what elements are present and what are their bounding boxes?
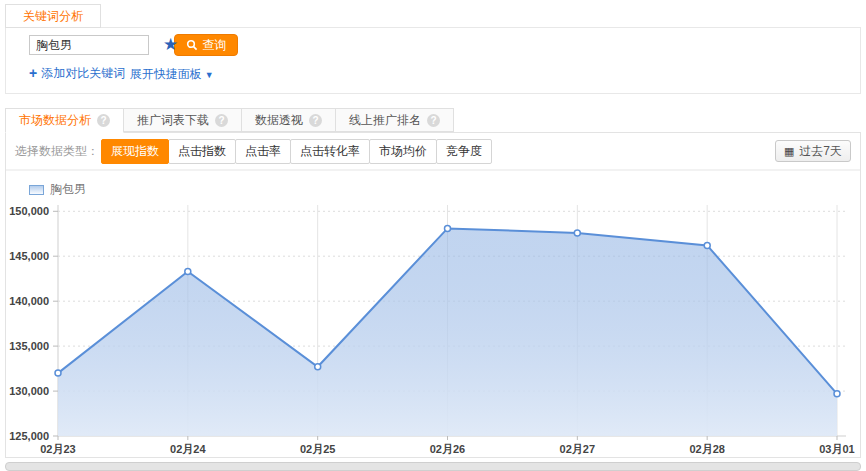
svg-text:135,000: 135,000 <box>9 340 49 352</box>
query-button[interactable]: 查询 <box>174 34 238 56</box>
chart-legend[interactable]: 胸包男 <box>29 183 860 196</box>
tab-label: 线上推广排名 <box>349 112 421 129</box>
keyword-panel: ★ 查询 + 添加对比关键词 展开快捷面板 ▼ <box>5 27 861 94</box>
keyword-tabs: 关键词分析 <box>5 4 861 27</box>
plus-icon: + <box>29 65 37 81</box>
date-range-label: 过去7天 <box>799 143 842 160</box>
line-chart[interactable]: 125,000130,000135,000140,000145,000150,0… <box>6 205 858 458</box>
help-icon[interactable]: ? <box>215 114 228 127</box>
main-panel: 选择数据类型： 展现指数 点击指数 点击率 点击转化率 市场均价 竞争度 ▦ 过… <box>5 132 861 458</box>
svg-text:02月24: 02月24 <box>170 443 206 455</box>
help-icon[interactable]: ? <box>97 114 110 127</box>
help-icon[interactable]: ? <box>309 114 322 127</box>
search-row: ★ 查询 <box>29 34 860 56</box>
svg-text:150,000: 150,000 <box>9 205 49 217</box>
svg-text:02月28: 02月28 <box>689 443 724 455</box>
keyword-input[interactable] <box>29 35 149 55</box>
expand-quick-panel-link[interactable]: 展开快捷面板 ▼ <box>130 66 214 83</box>
tab-keyword-analysis[interactable]: 关键词分析 <box>5 4 101 28</box>
add-compare-label: 添加对比关键词 <box>41 65 125 82</box>
data-type-group: 展现指数 点击指数 点击率 点击转化率 市场均价 竞争度 <box>102 139 492 164</box>
tab-market-data-analysis[interactable]: 市场数据分析 ? <box>5 108 124 133</box>
query-button-label: 查询 <box>202 37 226 54</box>
search-icon <box>186 39 198 51</box>
svg-text:145,000: 145,000 <box>9 250 49 262</box>
tab-online-promo-ranking[interactable]: 线上推广排名 ? <box>335 108 454 132</box>
svg-text:02月27: 02月27 <box>560 443 595 455</box>
svg-text:130,000: 130,000 <box>9 385 49 397</box>
page: 关键词分析 ★ 查询 + 添加对比关键词 展开快捷面板 ▼ 市场数据分析 ? <box>0 0 866 471</box>
type-button-click-index[interactable]: 点击指数 <box>168 139 236 164</box>
type-button-click-conversion-rate[interactable]: 点击转化率 <box>290 139 370 164</box>
svg-text:03月01: 03月01 <box>819 443 854 455</box>
svg-text:02月25: 02月25 <box>300 443 335 455</box>
horizontal-scrollbar[interactable] <box>5 462 861 471</box>
main-tabs: 市场数据分析 ? 推广词表下载 ? 数据透视 ? 线上推广排名 ? <box>5 108 861 132</box>
chevron-down-icon: ▼ <box>205 70 214 80</box>
tab-label: 数据透视 <box>255 112 303 129</box>
tab-label: 市场数据分析 <box>19 112 91 129</box>
expand-quick-panel-label: 展开快捷面板 <box>130 66 202 83</box>
type-button-click-rate[interactable]: 点击率 <box>235 139 291 164</box>
data-type-toolbar: 选择数据类型： 展现指数 点击指数 点击率 点击转化率 市场均价 竞争度 ▦ 过… <box>6 133 860 171</box>
svg-text:02月26: 02月26 <box>430 443 465 455</box>
data-type-label: 选择数据类型： <box>15 143 99 160</box>
star-icon[interactable]: ★ <box>163 35 178 55</box>
tab-promo-wordlist-download[interactable]: 推广词表下载 ? <box>123 108 242 132</box>
svg-text:140,000: 140,000 <box>9 295 49 307</box>
type-button-impression-index[interactable]: 展现指数 <box>101 139 169 164</box>
type-button-market-average-price[interactable]: 市场均价 <box>369 139 437 164</box>
chart-area: 胸包男 125,000130,000135,000140,000145,0001… <box>6 171 860 458</box>
series-swatch <box>29 185 44 195</box>
tab-label: 推广词表下载 <box>137 112 209 129</box>
type-button-competition[interactable]: 竞争度 <box>436 139 492 164</box>
svg-text:02月23: 02月23 <box>40 443 75 455</box>
help-icon[interactable]: ? <box>427 114 440 127</box>
series-name: 胸包男 <box>50 181 86 198</box>
calendar-icon: ▦ <box>784 146 794 157</box>
add-compare-link[interactable]: + 添加对比关键词 <box>29 65 125 82</box>
svg-text:125,000: 125,000 <box>9 430 49 442</box>
date-range-button[interactable]: ▦ 过去7天 <box>775 140 851 162</box>
tab-data-pivot[interactable]: 数据透视 ? <box>241 108 336 132</box>
